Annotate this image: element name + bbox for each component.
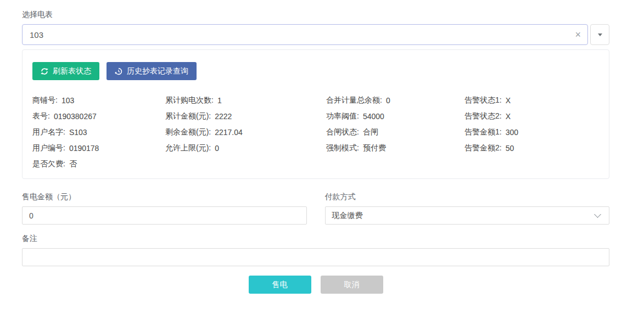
info-item: 表号:0190380267 — [32, 108, 165, 124]
refresh-meter-status-button[interactable]: 刷新表状态 — [32, 62, 99, 80]
info-item: 强制模式:预付费 — [326, 140, 464, 156]
info-item: 剩余金额(元):2217.04 — [165, 124, 326, 140]
info-label: 累计购电次数: — [165, 96, 214, 105]
info-value: X — [506, 112, 511, 121]
info-label: 强制模式: — [326, 143, 359, 153]
info-label: 是否欠费: — [32, 159, 65, 169]
info-value: 50 — [506, 144, 514, 153]
info-value: 否 — [69, 159, 77, 169]
remark-label: 备注 — [22, 234, 609, 244]
meter-info-panel: 刷新表状态 历史抄表记录查询 商铺号:103表号:0190380267用户名字:… — [22, 49, 609, 179]
payment-method-select[interactable]: 现金缴费 — [325, 206, 610, 225]
info-column: 商铺号:103表号:0190380267用户名字:S103用户编号:019017… — [32, 92, 165, 172]
info-label: 告警金额1: — [464, 127, 502, 137]
cancel-button[interactable]: 取消 — [321, 276, 383, 294]
info-value: 0190178 — [69, 144, 99, 153]
footer-actions: 售电 取消 — [22, 276, 609, 294]
info-item: 合并计量总余额:0 — [326, 92, 464, 108]
select-meter-label: 选择电表 — [22, 10, 609, 20]
refresh-icon — [41, 68, 48, 75]
info-column: 合并计量总余额:0功率阈值:54000合闸状态:合闸强制模式:预付费 — [326, 92, 464, 172]
meter-info-grid: 商铺号:103表号:0190380267用户名字:S103用户编号:019017… — [32, 92, 599, 172]
sell-electricity-form: 选择电表 × 刷新表状态 — [0, 0, 644, 294]
info-item: 告警金额2:50 — [464, 140, 599, 156]
info-item: 商铺号:103 — [32, 92, 165, 108]
meter-dropdown-button[interactable] — [590, 24, 609, 45]
info-label: 告警状态1: — [464, 96, 502, 105]
info-label: 商铺号: — [32, 96, 58, 105]
panel-button-row: 刷新表状态 历史抄表记录查询 — [32, 62, 599, 80]
info-value: 54000 — [363, 112, 384, 121]
amount-field-group: 售电金额（元） — [22, 192, 307, 225]
history-records-query-button[interactable]: 历史抄表记录查询 — [107, 62, 197, 80]
info-value: 0 — [215, 144, 219, 153]
info-label: 合并计量总余额: — [326, 96, 382, 105]
info-item: 用户编号:0190178 — [32, 140, 165, 156]
info-label: 合闸状态: — [326, 127, 359, 137]
refresh-button-label: 刷新表状态 — [53, 66, 91, 76]
info-value: 2217.04 — [215, 128, 243, 137]
amount-input[interactable] — [22, 206, 307, 225]
info-item: 用户名字:S103 — [32, 124, 165, 140]
payment-field-group: 付款方式 现金缴费 — [325, 192, 610, 225]
meter-select-input[interactable] — [22, 24, 588, 45]
amount-label: 售电金额（元） — [22, 192, 307, 202]
info-value: 300 — [506, 128, 518, 137]
info-label: 表号: — [32, 111, 50, 121]
payment-label: 付款方式 — [325, 192, 610, 202]
info-label: 剩余金额(元): — [165, 127, 211, 137]
info-label: 允许上限(元): — [165, 143, 211, 153]
info-label: 告警状态2: — [464, 111, 502, 121]
info-column: 累计购电次数:1累计金额(元):2222剩余金额(元):2217.04允许上限(… — [165, 92, 326, 172]
info-value: 0190380267 — [54, 112, 97, 121]
meter-select-row: × — [22, 24, 609, 45]
info-value: 1 — [217, 96, 222, 105]
info-value: 0 — [386, 96, 390, 105]
info-label: 用户名字: — [32, 127, 65, 137]
info-item: 累计购电次数:1 — [165, 92, 326, 108]
info-value: 2222 — [215, 112, 232, 121]
remark-input[interactable] — [22, 248, 609, 266]
info-label: 累计金额(元): — [165, 111, 211, 121]
caret-down-icon — [598, 33, 602, 36]
history-icon — [115, 68, 122, 75]
info-value: X — [506, 96, 511, 105]
info-item: 合闸状态:合闸 — [326, 124, 464, 140]
info-item: 告警状态2:X — [464, 108, 599, 124]
info-item: 允许上限(元):0 — [165, 140, 326, 156]
payment-selected-value: 现金缴费 — [332, 211, 363, 221]
info-item: 告警金额1:300 — [464, 124, 599, 140]
info-item: 告警状态1:X — [464, 92, 599, 108]
remark-field-group: 备注 — [22, 234, 609, 266]
amount-payment-row: 售电金额（元） 付款方式 现金缴费 — [22, 192, 609, 225]
info-item: 功率阈值:54000 — [326, 108, 464, 124]
info-value: 103 — [61, 96, 74, 105]
info-item: 累计金额(元):2222 — [165, 108, 326, 124]
info-label: 用户编号: — [32, 143, 65, 153]
history-button-label: 历史抄表记录查询 — [127, 66, 188, 76]
meter-select-wrap: × — [22, 24, 588, 45]
info-value: 合闸 — [363, 127, 378, 137]
clear-icon[interactable]: × — [575, 30, 581, 40]
info-value: S103 — [69, 128, 87, 137]
info-value: 预付费 — [363, 143, 386, 153]
info-label: 功率阈值: — [326, 111, 359, 121]
info-column: 告警状态1:X告警状态2:X告警金额1:300告警金额2:50 — [464, 92, 599, 172]
info-label: 告警金额2: — [464, 143, 502, 153]
sell-button[interactable]: 售电 — [249, 276, 311, 294]
chevron-down-icon — [594, 211, 601, 218]
info-item: 是否欠费:否 — [32, 156, 165, 172]
